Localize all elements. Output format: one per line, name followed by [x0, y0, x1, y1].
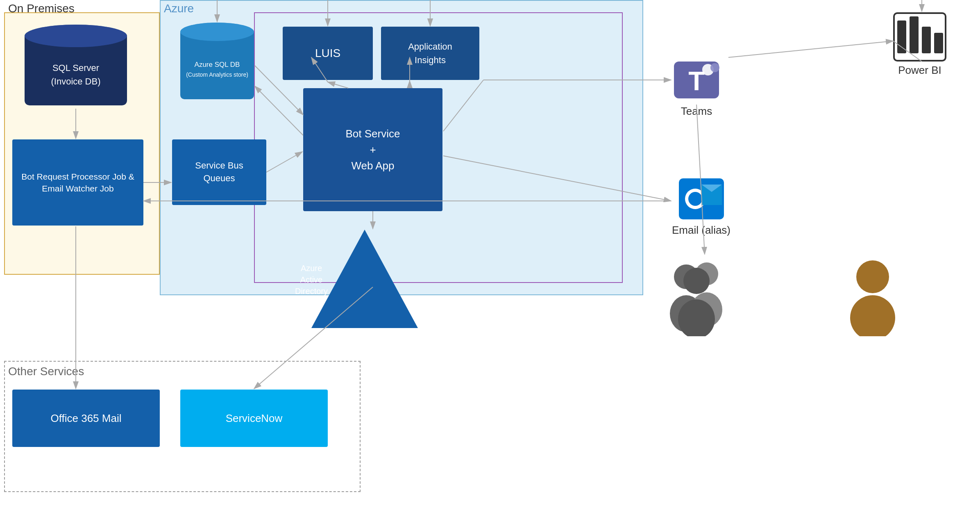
person-single-icon [840, 254, 905, 338]
luis-box: LUIS [283, 27, 373, 80]
outlook-svg [677, 176, 726, 221]
person-single-svg [840, 254, 905, 336]
svg-rect-10 [897, 21, 906, 53]
svg-point-19 [683, 268, 710, 294]
sql-server: SQL Server(Invoice DB) [25, 25, 127, 107]
people-group-svg [664, 254, 746, 336]
svg-point-6 [688, 192, 702, 206]
svg-rect-9 [701, 192, 722, 205]
powerbi-svg [893, 12, 946, 62]
svg-rect-11 [910, 16, 919, 53]
servicenow-box: ServiceNow [180, 390, 328, 447]
diagram-container: On Premises Azure Other Services SQL Ser… [0, 0, 980, 506]
teams-svg: T [672, 57, 721, 103]
svg-point-22 [850, 295, 895, 336]
teams-icon: T Teams [672, 57, 721, 118]
svg-line-41 [728, 41, 893, 57]
bot-request-processor-box: Bot Request Processor Job & Email Watche… [12, 139, 143, 226]
office-365-mail-box: Office 365 Mail [12, 390, 160, 447]
people-group-icon [664, 254, 746, 338]
svg-rect-13 [934, 33, 943, 53]
svg-rect-12 [922, 27, 931, 53]
service-bus-box: Service BusQueues [172, 139, 266, 205]
azure-sql-db: Azure SQL DB(Custom Analytics store) [180, 23, 254, 109]
svg-point-3 [710, 63, 719, 72]
bot-service-box: Bot Service+Web App [303, 88, 442, 211]
svg-point-21 [856, 260, 889, 293]
powerbi-icon: Power BI [893, 12, 946, 77]
application-insights-box: ApplicationInsights [381, 27, 479, 80]
svg-text:T: T [688, 66, 705, 96]
azure-ad: AzureActiveDirectory [311, 230, 418, 328]
outlook-icon: Email (alias) [672, 176, 730, 237]
